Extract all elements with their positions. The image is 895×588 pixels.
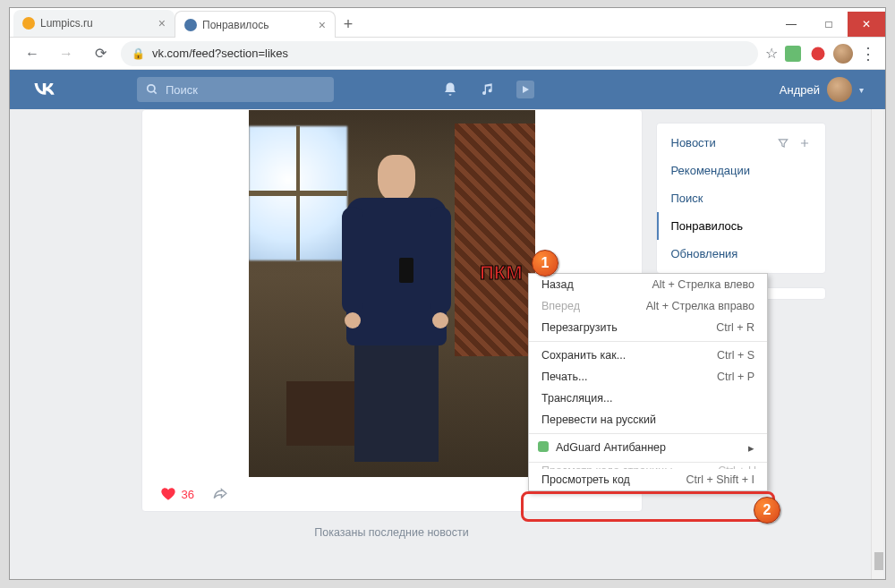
cm-reload[interactable]: ПерезагрузитьCtrl + R (529, 317, 767, 338)
sidebar-item-label: Понравилось (671, 219, 744, 233)
user-avatar-icon (827, 77, 852, 102)
adguard-icon (538, 441, 549, 452)
sidebar-item-label: Рекомендации (671, 164, 751, 177)
reload-button[interactable]: ⟳ (87, 40, 114, 67)
search-icon (146, 83, 158, 96)
cm-print[interactable]: Печать...Ctrl + P (529, 366, 767, 388)
titlebar: Lumpics.ru × Понравилось × + — □ ✕ (10, 8, 885, 38)
address-bar: ← → ⟳ 🔒 vk.com/feed?section=likes ☆ ⋮ (10, 38, 885, 70)
annotation-callout-1: 1 (532, 250, 558, 277)
browser-menu-button[interactable]: ⋮ (860, 44, 876, 64)
cm-back[interactable]: НазадAlt + Стрелка влево (529, 274, 767, 295)
url-input[interactable]: 🔒 vk.com/feed?section=likes (121, 41, 758, 66)
lock-icon: 🔒 (132, 47, 145, 60)
cm-forward: ВпередAlt + Стрелка вправо (529, 295, 767, 317)
music-icon[interactable] (479, 81, 497, 98)
window-controls: — □ ✕ (772, 12, 885, 37)
extensions (785, 46, 826, 62)
tabs: Lumpics.ru × Понравилось × + (10, 10, 772, 37)
post-photo[interactable] (249, 110, 535, 477)
sidebar-item-label: Поиск (671, 192, 703, 205)
chevron-down-icon: ▾ (859, 85, 864, 95)
vk-logo-icon[interactable] (31, 77, 56, 102)
svg-line-3 (154, 91, 157, 94)
tab-vk[interactable]: Понравилось × (175, 11, 336, 38)
tab-lumpics[interactable]: Lumpics.ru × (13, 10, 175, 37)
user-menu[interactable]: Андрей ▾ (780, 77, 864, 102)
cm-save-as[interactable]: Сохранить как...Ctrl + S (529, 345, 767, 366)
maximize-button[interactable]: □ (810, 12, 848, 37)
svg-point-1 (812, 47, 825, 60)
minimize-button[interactable]: — (772, 12, 810, 37)
extension-icon[interactable] (785, 46, 801, 62)
back-button[interactable]: ← (19, 40, 46, 67)
search-input[interactable]: Поиск (137, 77, 334, 102)
user-name: Андрей (780, 83, 820, 97)
chevron-right-icon: ▸ (748, 441, 754, 455)
play-icon[interactable] (516, 81, 534, 98)
sidebar-card: Новости Рекомендации Поиск Понравилось О… (656, 123, 826, 274)
sidebar-item-label: Обновления (671, 247, 738, 260)
sidebar-item-news[interactable]: Новости (657, 129, 825, 157)
cm-inspect[interactable]: Просмотреть кодCtrl + Shift + I (529, 469, 767, 490)
vk-header: Поиск Андрей ▾ (10, 70, 885, 109)
search-placeholder: Поиск (166, 83, 198, 97)
svg-point-2 (148, 85, 155, 92)
context-menu: НазадAlt + Стрелка влево ВпередAlt + Стр… (528, 273, 768, 491)
new-tab-button[interactable]: + (336, 12, 361, 37)
tab-title: Lumpics.ru (40, 17, 93, 30)
svg-rect-0 (785, 46, 801, 62)
heart-icon (160, 486, 176, 502)
cm-cast[interactable]: Трансляция... (529, 388, 767, 409)
header-icons (441, 81, 534, 98)
notifications-icon[interactable] (441, 81, 459, 98)
sidebar-item-updates[interactable]: Обновления (657, 240, 825, 268)
favicon-lumpics (22, 17, 35, 30)
like-count: 36 (182, 488, 194, 501)
scrollbar[interactable] (871, 109, 883, 579)
extension-icon[interactable] (810, 46, 826, 62)
plus-icon[interactable] (798, 137, 811, 149)
cm-separator (529, 433, 767, 434)
annotation-pkm-label: ПКМ (480, 261, 523, 285)
cm-translate[interactable]: Перевести на русский (529, 409, 767, 430)
share-button[interactable] (210, 486, 230, 502)
profile-avatar[interactable] (833, 44, 853, 64)
scrollbar-thumb[interactable] (874, 552, 883, 570)
close-icon[interactable]: × (158, 16, 166, 30)
sidebar-item-label: Новости (671, 136, 716, 149)
share-icon (210, 486, 230, 502)
cm-view-source[interactable]: Просмотр кода страницыCtrl + U (541, 465, 756, 469)
tab-title: Понравилось (202, 19, 268, 31)
sidebar-item-search[interactable]: Поиск (657, 184, 825, 212)
annotation-callout-2: 2 (754, 497, 780, 524)
sidebar-item-liked[interactable]: Понравилось (657, 212, 825, 240)
like-button[interactable]: 36 (160, 486, 194, 502)
favicon-vk (184, 19, 197, 31)
bookmark-star-icon[interactable]: ☆ (765, 45, 778, 62)
forward-button[interactable]: → (53, 40, 80, 67)
filter-icon[interactable] (777, 137, 789, 149)
sidebar-item-recommendations[interactable]: Рекомендации (657, 157, 825, 184)
close-icon[interactable]: × (319, 18, 326, 32)
cm-adguard[interactable]: AdGuard Антибаннер▸ (529, 437, 767, 459)
annotation-highlight (521, 491, 775, 522)
cm-separator (529, 341, 767, 342)
url-text: vk.com/feed?section=likes (152, 47, 288, 60)
close-window-button[interactable]: ✕ (848, 12, 885, 37)
cm-separator (529, 462, 767, 463)
